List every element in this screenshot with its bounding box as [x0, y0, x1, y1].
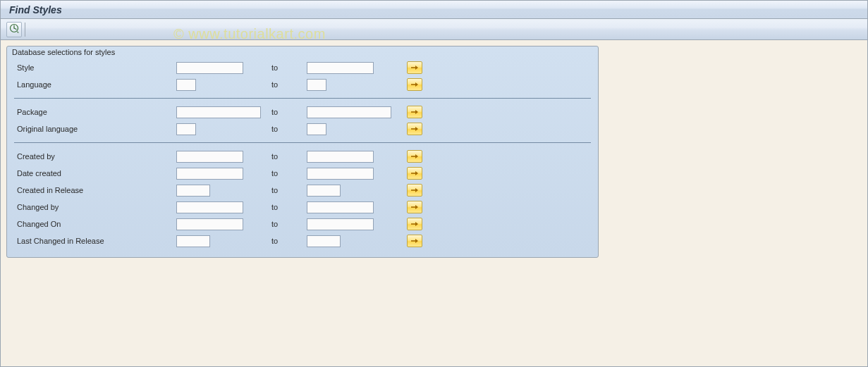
svg-marker-9: [415, 110, 418, 114]
field-label: Original language: [14, 125, 176, 133]
execute-button[interactable]: [6, 22, 22, 37]
field-label: Last Changed in Release: [14, 237, 176, 245]
field-label: Date created: [14, 169, 176, 178]
to-input[interactable]: [307, 235, 341, 247]
selection-row: Packageto: [14, 104, 591, 120]
to-label: to: [264, 186, 307, 194]
to-label: to: [264, 152, 307, 161]
selection-group: Database selections for styles StyletoLa…: [6, 46, 599, 258]
to-label: to: [264, 108, 307, 116]
from-input[interactable]: [176, 218, 243, 230]
from-input[interactable]: [176, 151, 243, 163]
selection-row: Changed byto: [14, 199, 591, 215]
svg-marker-13: [415, 154, 418, 158]
group-title: Database selections for styles: [7, 46, 598, 60]
toolbar: © www.tutorialkart.com: [1, 19, 867, 40]
to-label: to: [264, 80, 307, 89]
svg-marker-3: [18, 31, 20, 33]
field-label: Style: [14, 63, 176, 72]
selection-row: Created byto: [14, 149, 591, 164]
arrow-right-icon: [410, 168, 419, 179]
multiple-selection-button[interactable]: [407, 201, 422, 213]
selection-row: Last Changed in Releaseto: [14, 233, 591, 249]
field-label: Created in Release: [14, 186, 176, 194]
svg-marker-23: [415, 239, 418, 243]
selection-row: Styleto: [14, 60, 591, 75]
to-label: to: [264, 220, 307, 228]
multiple-selection-button[interactable]: [407, 235, 422, 247]
to-label: to: [264, 125, 307, 133]
from-input[interactable]: [176, 79, 196, 91]
multiple-selection-button[interactable]: [407, 61, 422, 74]
to-input[interactable]: [307, 62, 374, 74]
to-input[interactable]: [307, 185, 341, 197]
multiple-selection-button[interactable]: [407, 106, 422, 118]
svg-marker-15: [415, 171, 418, 175]
from-input[interactable]: [176, 123, 196, 135]
to-input[interactable]: [307, 106, 391, 118]
to-input[interactable]: [307, 218, 374, 230]
multiple-selection-button[interactable]: [407, 218, 422, 230]
selection-row: Original languageto: [14, 121, 591, 137]
watermark: © www.tutorialkart.com: [173, 26, 326, 42]
to-input[interactable]: [307, 151, 374, 163]
to-input[interactable]: [307, 79, 326, 91]
to-label: to: [264, 169, 307, 178]
from-input[interactable]: [176, 201, 243, 213]
execute-clock-icon: [9, 23, 19, 35]
svg-marker-5: [415, 66, 418, 70]
to-input[interactable]: [307, 201, 374, 213]
to-input[interactable]: [307, 168, 374, 180]
from-input[interactable]: [176, 168, 243, 180]
multiple-selection-button[interactable]: [407, 123, 422, 135]
field-label: Package: [14, 108, 176, 116]
field-label: Created by: [14, 152, 176, 161]
svg-marker-7: [415, 82, 418, 87]
arrow-right-icon: [410, 151, 419, 162]
selection-row: Languageto: [14, 77, 591, 92]
multiple-selection-button[interactable]: [407, 184, 422, 197]
svg-marker-11: [415, 127, 418, 131]
to-label: to: [264, 237, 307, 245]
arrow-right-icon: [410, 80, 419, 90]
svg-marker-21: [415, 222, 418, 226]
page-title: Find Styles: [9, 4, 62, 15]
to-input[interactable]: [307, 123, 326, 135]
svg-marker-17: [415, 188, 418, 192]
title-bar: Find Styles: [1, 1, 867, 19]
field-label: Changed On: [14, 220, 176, 228]
divider: [14, 142, 591, 143]
arrow-right-icon: [410, 185, 419, 196]
multiple-selection-button[interactable]: [407, 78, 422, 91]
to-label: to: [264, 63, 307, 72]
toolbar-separator: [25, 23, 25, 37]
from-input[interactable]: [176, 62, 243, 74]
multiple-selection-button[interactable]: [407, 150, 422, 163]
arrow-right-icon: [410, 124, 419, 135]
arrow-right-icon: [410, 219, 419, 230]
from-input[interactable]: [176, 106, 261, 118]
field-label: Language: [14, 80, 176, 89]
selection-row: Changed Onto: [14, 216, 591, 232]
selection-row: Created in Releaseto: [14, 182, 591, 198]
arrow-right-icon: [410, 107, 419, 118]
multiple-selection-button[interactable]: [407, 167, 422, 180]
svg-marker-19: [415, 205, 418, 209]
arrow-right-icon: [410, 236, 419, 247]
content-area: Database selections for styles StyletoLa…: [1, 40, 867, 366]
divider: [14, 98, 591, 99]
selection-row: Date createdto: [14, 166, 591, 181]
field-label: Changed by: [14, 203, 176, 211]
from-input[interactable]: [176, 235, 210, 247]
from-input[interactable]: [176, 185, 210, 197]
arrow-right-icon: [410, 202, 419, 213]
to-label: to: [264, 203, 307, 211]
arrow-right-icon: [410, 63, 419, 73]
svg-line-2: [14, 28, 16, 30]
